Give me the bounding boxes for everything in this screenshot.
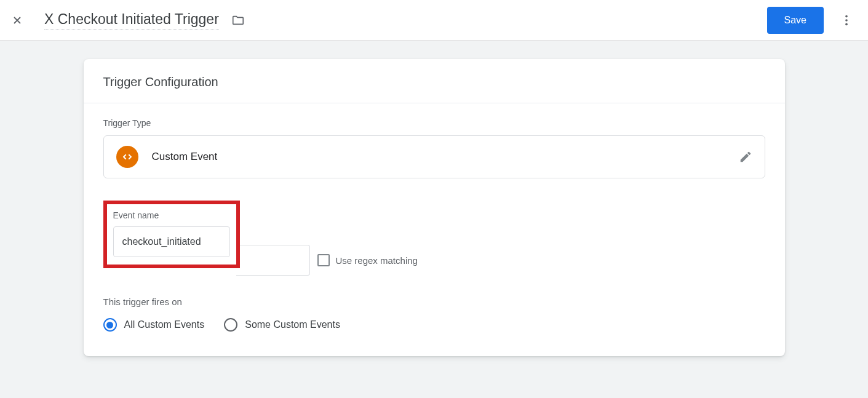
event-name-section: Event name Use regex matching	[103, 201, 765, 287]
regex-checkbox[interactable]	[317, 254, 330, 266]
event-name-input-extension[interactable]	[236, 245, 310, 276]
radio-option-some[interactable]: Some Custom Events	[224, 318, 340, 332]
event-name-input[interactable]	[113, 226, 230, 257]
svg-point-1	[845, 19, 848, 22]
svg-point-0	[845, 15, 848, 17]
regex-option: Use regex matching	[317, 245, 418, 276]
radio-some-label: Some Custom Events	[245, 319, 340, 330]
radio-some[interactable]	[224, 318, 237, 332]
regex-label: Use regex matching	[336, 255, 418, 266]
radio-all[interactable]	[103, 318, 117, 332]
radio-group: All Custom Events Some Custom Events	[103, 318, 765, 332]
fires-on-section: This trigger fires on All Custom Events …	[103, 297, 765, 332]
content-area: Trigger Configuration Trigger Type Custo…	[0, 41, 868, 375]
card-title: Trigger Configuration	[84, 59, 785, 103]
radio-all-label: All Custom Events	[124, 319, 205, 330]
save-button[interactable]: Save	[767, 7, 824, 34]
trigger-type-value: Custom Event	[152, 151, 739, 163]
trigger-type-label: Trigger Type	[103, 118, 765, 128]
card-body: Trigger Type Custom Event Event name	[84, 103, 785, 356]
close-icon[interactable]	[10, 13, 25, 28]
trigger-type-selector[interactable]: Custom Event	[103, 135, 765, 178]
folder-icon[interactable]	[231, 14, 245, 27]
svg-point-2	[845, 23, 848, 25]
event-name-label: Event name	[113, 210, 230, 220]
page-title[interactable]: X Checkout Initiated Trigger	[44, 11, 219, 30]
highlight-annotation: Event name	[103, 201, 240, 268]
config-card: Trigger Configuration Trigger Type Custo…	[84, 59, 785, 356]
header-bar: X Checkout Initiated Trigger Save	[0, 0, 868, 41]
fires-on-label: This trigger fires on	[103, 297, 765, 307]
radio-option-all[interactable]: All Custom Events	[103, 318, 205, 332]
edit-icon[interactable]	[739, 150, 752, 164]
more-options-icon[interactable]	[835, 9, 858, 32]
custom-event-icon	[116, 146, 138, 168]
